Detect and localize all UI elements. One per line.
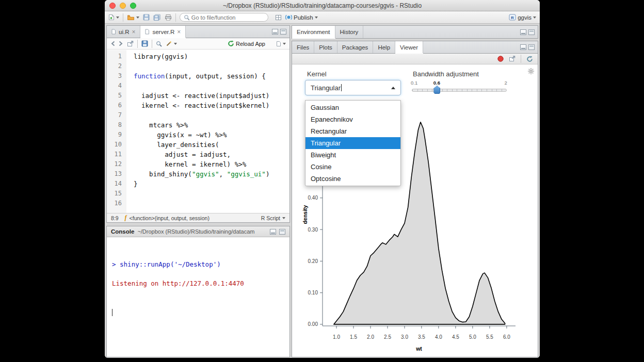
chevron-up-icon	[391, 87, 395, 89]
svg-text:2.5: 2.5	[384, 334, 391, 340]
magic-wand-icon	[166, 40, 172, 47]
file-icon	[111, 29, 116, 35]
console-working-directory: ~/Dropbox (RStudio)/RStudio/training/dat…	[137, 228, 267, 235]
source-tabs: ui.R×server.R×	[107, 26, 186, 38]
tab-viewer[interactable]: Viewer	[395, 41, 423, 53]
minimize-pane-icon[interactable]	[272, 29, 278, 35]
save-icon[interactable]	[141, 40, 148, 47]
chevron-down-icon	[533, 17, 536, 19]
svg-text:0.10: 0.10	[308, 290, 318, 295]
maximize-pane-icon[interactable]	[279, 229, 285, 235]
close-window-button[interactable]	[109, 3, 116, 9]
maximize-pane-icon[interactable]	[528, 44, 535, 50]
chevron-down-icon	[174, 43, 177, 45]
tab-help[interactable]: Help	[373, 41, 395, 53]
code-line: 15	[107, 189, 289, 199]
tab-plots[interactable]: Plots	[314, 41, 337, 53]
svg-text:1.0: 1.0	[333, 334, 340, 340]
code-text	[126, 110, 134, 120]
chevron-down-icon	[136, 17, 139, 19]
open-file-button[interactable]	[127, 14, 139, 21]
popout-icon[interactable]	[127, 41, 134, 47]
maximize-pane-icon[interactable]	[528, 29, 535, 35]
svg-text:0.00: 0.00	[308, 321, 318, 327]
minimize-pane-icon[interactable]	[520, 29, 526, 35]
close-tab-icon[interactable]: ×	[132, 29, 135, 35]
goto-file-input[interactable]	[191, 14, 264, 21]
code-line: 6 ikernel <- reactive(input$kernel)	[107, 101, 289, 110]
tab-files[interactable]: Files	[292, 41, 314, 53]
kernel-select[interactable]: Triangular	[305, 80, 401, 95]
kernel-option-gaussian[interactable]: Gaussian	[305, 102, 400, 113]
line-number: 13	[107, 169, 126, 179]
code-text: mtcars %>%	[126, 120, 188, 130]
line-number: 6	[107, 101, 126, 110]
print-button[interactable]	[165, 14, 172, 21]
tab-packages[interactable]: Packages	[337, 41, 374, 53]
tab-environment[interactable]: Environment	[292, 26, 335, 38]
svg-text:R: R	[511, 15, 514, 20]
kernel-option-cosine[interactable]: Cosine	[305, 161, 400, 173]
line-number: 1	[107, 52, 126, 61]
line-number: 9	[107, 130, 126, 140]
new-file-button[interactable]	[108, 14, 119, 21]
code-text: bind_shiny("ggvis", "ggvis_ui")	[126, 169, 269, 179]
minimize-window-button[interactable]	[120, 3, 126, 9]
kernel-option-optcosine[interactable]: Optcosine	[305, 173, 400, 185]
line-number: 5	[107, 91, 126, 101]
code-line: 13 bind_shiny("ggvis", "ggvis_ui")	[107, 169, 289, 179]
console-input-line[interactable]	[112, 308, 284, 318]
line-number: 14	[107, 179, 126, 189]
svg-text:6.0: 6.0	[503, 334, 510, 340]
refresh-icon[interactable]	[526, 56, 533, 62]
code-line: 10 layer_densities(	[107, 140, 289, 150]
slider-handle[interactable]	[433, 86, 440, 94]
tab-history[interactable]: History	[335, 26, 364, 38]
save-all-button[interactable]	[153, 14, 161, 21]
close-tab-icon[interactable]: ×	[177, 29, 181, 35]
doc-type-menu[interactable]: R Script	[261, 215, 285, 221]
forward-icon[interactable]	[118, 41, 123, 46]
line-number: 12	[107, 159, 126, 169]
zoom-window-button[interactable]	[130, 3, 136, 9]
shiny-app: 1.01.52.02.53.03.54.04.55.05.56.00.000.1…	[292, 65, 538, 357]
kernel-option-epanechnikov[interactable]: Epanechnikov	[305, 113, 400, 125]
function-context[interactable]: f <function>(input, output, session)	[125, 214, 210, 222]
stop-icon[interactable]	[497, 56, 504, 62]
save-icon	[143, 14, 150, 21]
slider-track[interactable]	[412, 89, 507, 92]
back-icon[interactable]	[110, 41, 116, 46]
project-name: ggvis	[518, 14, 532, 21]
line-number: 4	[107, 81, 126, 91]
console-output[interactable]: > shiny::runApp('~/Desktop') Listening o…	[107, 237, 289, 340]
viewer-pane: FilesPlotsPackagesHelpViewer 1.01.52.02.…	[292, 41, 538, 357]
publish-button[interactable]: Publish	[285, 14, 318, 21]
minimize-pane-icon[interactable]	[520, 44, 526, 50]
bandwidth-slider[interactable]: 0.10.62	[412, 80, 507, 98]
kernel-option-rectangular[interactable]: Rectangular	[305, 125, 400, 137]
code-text: function(input, output, session) {	[126, 71, 266, 81]
save-button[interactable]	[143, 14, 150, 21]
goto-file-box[interactable]	[180, 13, 268, 22]
settings-button[interactable]	[527, 68, 535, 76]
line-number: 3	[107, 71, 126, 81]
maximize-pane-icon[interactable]	[280, 29, 286, 35]
code-editor[interactable]: 1library(ggvis)23function(input, output,…	[107, 50, 289, 213]
kernel-option-triangular[interactable]: Triangular	[305, 137, 400, 149]
editor-tab-ui-r[interactable]: ui.R×	[107, 26, 140, 38]
kernel-option-biweight[interactable]: Biweight	[305, 149, 400, 161]
open-in-new-window-icon[interactable]	[509, 56, 516, 62]
source-menu-button[interactable]	[276, 41, 286, 47]
toolbar-separator	[175, 13, 176, 22]
kernel-select-value: Triangular	[311, 84, 341, 92]
viewer-toolbar	[292, 54, 538, 64]
find-icon[interactable]	[156, 41, 162, 47]
project-menu-button[interactable]: R ggvis	[509, 14, 536, 21]
console-header: Console ~/Dropbox (RStudio)/RStudio/trai…	[107, 226, 289, 237]
reload-app-button[interactable]: Reload App	[228, 40, 265, 47]
minimize-pane-icon[interactable]	[270, 229, 276, 235]
addins-button[interactable]	[275, 14, 282, 21]
code-tools-button[interactable]	[166, 40, 177, 47]
editor-tab-server-r[interactable]: server.R×	[140, 26, 186, 38]
code-line: 16	[107, 199, 289, 208]
